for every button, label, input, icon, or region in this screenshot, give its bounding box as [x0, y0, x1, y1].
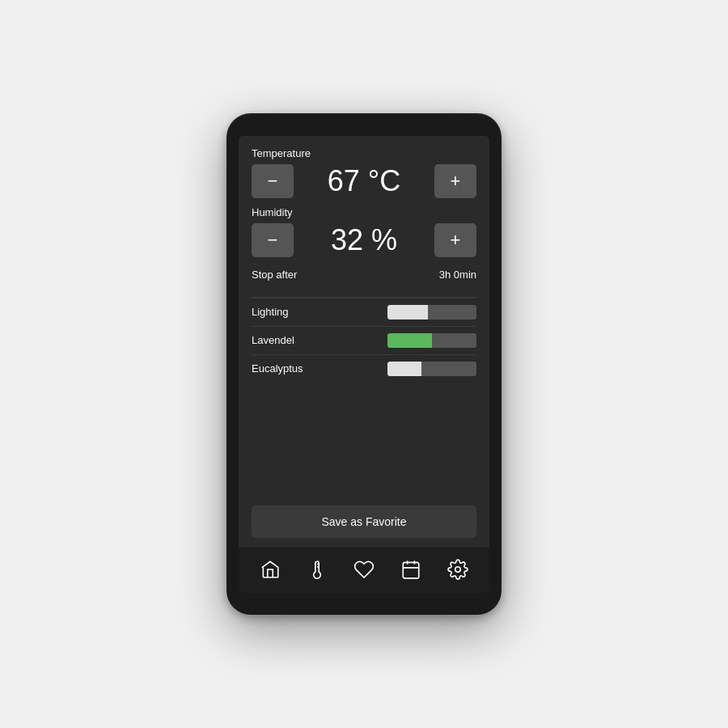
- nav-schedule-button[interactable]: [395, 553, 427, 586]
- svg-point-7: [455, 567, 461, 573]
- home-icon: [260, 559, 281, 580]
- device-shell: Temperature − 67 °C + Humidity −: [226, 113, 502, 615]
- temperature-plus-button[interactable]: +: [434, 164, 476, 198]
- save-favorite-button[interactable]: Save as Favorite: [252, 506, 476, 538]
- calendar-icon: [400, 559, 421, 580]
- lavendel-fill: [387, 333, 432, 348]
- stop-after-row: Stop after 3h 0min: [252, 265, 476, 284]
- temperature-control-row: − 67 °C +: [252, 164, 476, 198]
- eucalyptus-label: Eucalyptus: [252, 362, 316, 375]
- lighting-label: Lighting: [252, 306, 316, 318]
- eucalyptus-slider[interactable]: [387, 362, 476, 376]
- humidity-plus-icon: +: [451, 231, 461, 249]
- stop-after-label: Stop after: [252, 269, 297, 281]
- eucalyptus-row: Eucalyptus: [252, 354, 476, 383]
- screen-content: Temperature − 67 °C + Humidity −: [239, 136, 489, 497]
- bottom-nav: [239, 546, 489, 593]
- humidity-plus-button[interactable]: +: [434, 223, 476, 257]
- plus-icon: +: [451, 172, 461, 190]
- save-btn-container: Save as Favorite: [239, 497, 489, 546]
- humidity-value: 32 %: [294, 223, 434, 257]
- temperature-minus-button[interactable]: −: [252, 164, 294, 198]
- lavendel-label: Lavendel: [252, 334, 316, 346]
- nav-settings-button[interactable]: [442, 553, 474, 586]
- humidity-minus-icon: −: [268, 231, 278, 249]
- thermometer-icon: [307, 559, 328, 580]
- heart-icon: [353, 559, 375, 580]
- temperature-section: Temperature − 67 °C +: [252, 147, 476, 206]
- lighting-row: Lighting: [252, 298, 476, 326]
- eucalyptus-fill: [387, 362, 421, 376]
- screen: Temperature − 67 °C + Humidity −: [239, 136, 489, 593]
- minus-icon: −: [268, 172, 278, 190]
- stop-after-value: 3h 0min: [439, 269, 476, 281]
- temperature-label: Temperature: [252, 147, 476, 159]
- lavendel-row: Lavendel: [252, 326, 476, 354]
- lighting-fill: [387, 305, 428, 320]
- humidity-minus-button[interactable]: −: [252, 223, 294, 257]
- humidity-section: Humidity − 32 % +: [252, 206, 476, 265]
- svg-rect-3: [403, 562, 419, 578]
- temperature-value: 67 °C: [294, 164, 434, 198]
- slider-section: Lighting Lavendel Eucalyptus: [252, 298, 476, 383]
- nav-favorites-button[interactable]: [348, 553, 380, 586]
- humidity-control-row: − 32 % +: [252, 223, 476, 257]
- lavendel-slider[interactable]: [387, 333, 476, 348]
- gear-icon: [447, 559, 468, 580]
- humidity-label: Humidity: [252, 206, 476, 218]
- nav-temperature-button[interactable]: [301, 553, 333, 586]
- nav-home-button[interactable]: [254, 553, 286, 586]
- lighting-slider[interactable]: [387, 305, 476, 320]
